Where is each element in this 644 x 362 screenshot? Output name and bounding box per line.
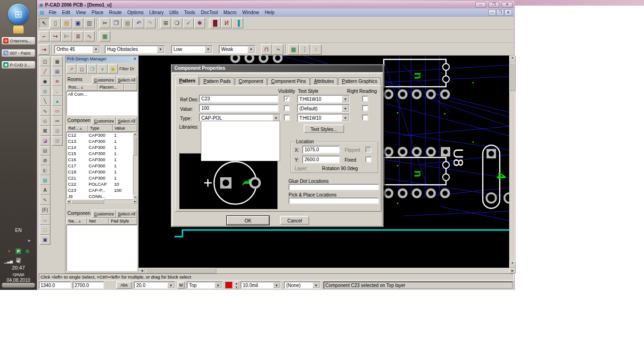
rooms-customize-button[interactable]: Customize bbox=[92, 76, 116, 84]
scroll-up-icon[interactable]: ▲ bbox=[509, 56, 516, 62]
value-textstyle-combo[interactable]: (Default)▼ bbox=[297, 104, 350, 113]
print-icon[interactable]: ▥ bbox=[84, 18, 95, 28]
menu-item[interactable]: Macro bbox=[221, 9, 239, 16]
taskbar-button-pcad[interactable]: ◆ P-CAD 2... bbox=[1, 61, 35, 69]
module-c-icon[interactable]: ▐ bbox=[232, 18, 243, 28]
layer-color-swatch[interactable] bbox=[225, 282, 232, 288]
tab-attributes[interactable]: Attributes bbox=[310, 77, 338, 85]
scroll-thumb[interactable] bbox=[146, 268, 216, 273]
menu-item[interactable]: Utils bbox=[166, 9, 181, 16]
components-list[interactable]: C12CAP3001C13CAP3001C14CAP3001C15CAP3001… bbox=[66, 132, 137, 199]
table-row[interactable]: J9CONN... bbox=[67, 194, 132, 199]
mdi-restore-button[interactable]: ❐ bbox=[496, 9, 504, 16]
open-file-icon[interactable]: ▤ bbox=[61, 18, 72, 28]
display-options-icon[interactable]: ✱ bbox=[194, 18, 205, 28]
macro-button[interactable]: M bbox=[177, 281, 185, 289]
grid-toggle-icon[interactable]: ▦ bbox=[52, 57, 63, 66]
nets-list[interactable] bbox=[66, 225, 137, 271]
route-multitrace-icon[interactable]: ≣ bbox=[73, 31, 83, 41]
place-via-icon[interactable]: ◎ bbox=[40, 86, 50, 96]
y-field[interactable] bbox=[302, 156, 340, 164]
trace-style-icon[interactable]: ⊓ bbox=[261, 44, 272, 55]
route-t-junction-icon[interactable]: ⊢ bbox=[61, 31, 72, 41]
place-plane-icon[interactable]: ◪ bbox=[40, 136, 50, 146]
scroll-down-icon[interactable]: ▼ bbox=[133, 195, 137, 199]
rooms-list[interactable]: All Com... bbox=[66, 91, 137, 115]
corner-mode-icon[interactable]: ¬ bbox=[272, 44, 283, 55]
components-col-value[interactable]: Value bbox=[113, 125, 137, 132]
route-corner-icon[interactable]: ⌐ bbox=[39, 31, 50, 41]
value-rightreading-checkbox[interactable] bbox=[362, 105, 368, 111]
menu-item[interactable]: Place bbox=[89, 9, 106, 16]
define-board-outline-icon[interactable]: ▢ bbox=[40, 225, 50, 235]
nets-select-all-button[interactable]: Select All bbox=[116, 210, 137, 218]
record-a-icon[interactable]: ▨ bbox=[52, 126, 63, 136]
place-polygon-icon[interactable]: ◇ bbox=[40, 116, 50, 126]
antivirus-tray-icon[interactable]: ◉ bbox=[24, 248, 31, 255]
netlist-icon[interactable]: ▤ bbox=[52, 66, 63, 76]
menu-item[interactable]: Window bbox=[239, 9, 262, 16]
table-row[interactable]: C23CAP-P...100 bbox=[67, 188, 132, 194]
place-pad-icon[interactable]: ◉ bbox=[40, 76, 50, 86]
spin-down-icon[interactable]: ▼ bbox=[234, 285, 239, 289]
chevron-down-icon[interactable]: ▼ bbox=[92, 46, 99, 53]
tab-pattern-pads[interactable]: Pattern Pads bbox=[199, 77, 234, 85]
chevron-down-icon[interactable]: ▼ bbox=[272, 115, 280, 121]
language-indicator[interactable]: EN bbox=[0, 228, 37, 233]
restore-button[interactable]: ❐ bbox=[488, 2, 499, 8]
minimize-button[interactable]: — bbox=[475, 2, 486, 8]
table-row[interactable]: C18CAP3001 bbox=[67, 169, 132, 175]
via-pattern-icon[interactable]: ⋮ bbox=[299, 44, 310, 55]
menu-item[interactable]: Tools bbox=[182, 9, 198, 16]
type-visibility-checkbox[interactable] bbox=[284, 115, 290, 121]
place-logo-icon[interactable]: ✎ bbox=[40, 195, 50, 205]
menu-item[interactable]: Route bbox=[106, 9, 124, 16]
type-textstyle-combo[interactable]: T:H61W10▼ bbox=[297, 114, 350, 122]
place-field-icon[interactable]: {F} bbox=[40, 205, 50, 215]
chevron-down-icon[interactable]: ▼ bbox=[215, 282, 222, 288]
chevron-down-icon[interactable]: ▼ bbox=[248, 46, 255, 53]
rooms-col-placement[interactable]: Placem... bbox=[98, 84, 124, 91]
tab-component-pins[interactable]: Component Pins bbox=[267, 77, 310, 85]
menu-item[interactable]: Help bbox=[262, 9, 277, 16]
chevron-down-icon[interactable]: ▼ bbox=[342, 105, 349, 112]
nets-customize-button[interactable]: Customize bbox=[92, 210, 116, 218]
place-text-icon[interactable]: A bbox=[40, 185, 50, 195]
chevron-down-icon[interactable]: ▼ bbox=[167, 282, 174, 288]
route-interactive-icon[interactable]: ↪ bbox=[50, 31, 61, 41]
zoom-icon[interactable]: ❍ bbox=[172, 18, 182, 28]
cut-icon[interactable]: ✂ bbox=[99, 18, 110, 28]
scroll-left-icon[interactable]: ◀ bbox=[66, 199, 71, 204]
table-row[interactable]: C14CAP3001 bbox=[67, 145, 132, 151]
tray-expand-icon[interactable]: ▸ bbox=[28, 238, 31, 243]
place-cutout-icon[interactable]: ⊠ bbox=[40, 126, 50, 136]
autoroute-board-icon[interactable]: ▦ bbox=[99, 31, 110, 41]
canvas-hscrollbar[interactable]: ◀ ▶ bbox=[139, 268, 516, 273]
place-plane-region-icon[interactable]: ◧ bbox=[40, 165, 50, 175]
components-customize-button[interactable]: Customize bbox=[92, 117, 116, 125]
table-row[interactable]: C22POLCAP10 bbox=[67, 181, 132, 188]
value-visibility-checkbox[interactable] bbox=[284, 105, 290, 111]
record-b-icon[interactable]: ▨ bbox=[52, 136, 63, 146]
chevron-down-icon[interactable]: ▼ bbox=[157, 46, 164, 53]
tab-pattern-graphics[interactable]: Pattern Graphics bbox=[338, 77, 381, 85]
nets-col-name[interactable]: Na... ▵ bbox=[66, 218, 87, 225]
components-scrollbar[interactable]: ▲ ▼ bbox=[133, 132, 137, 199]
bus-route-icon[interactable]: ∟ bbox=[52, 86, 63, 96]
x-field[interactable] bbox=[302, 146, 340, 154]
table-row[interactable]: C12CAP3001 bbox=[67, 132, 132, 139]
list-view-icon[interactable]: ≔ bbox=[52, 116, 63, 126]
measure-icon[interactable]: ↗ bbox=[66, 64, 76, 74]
drc-icon[interactable]: ✓ bbox=[183, 18, 194, 28]
layer-combo[interactable]: Top▼ bbox=[187, 281, 223, 289]
x-coordinate-field[interactable] bbox=[39, 281, 72, 289]
list-item[interactable]: All Com... bbox=[67, 91, 137, 98]
taskbar-button-paint[interactable]: ✎ 007 - Paint bbox=[1, 49, 35, 57]
obstacle-mode-combo[interactable]: Hug Obstacles▼ bbox=[105, 45, 165, 54]
menu-item[interactable]: Options bbox=[124, 9, 146, 16]
table-row[interactable]: C21CAP3001 bbox=[67, 175, 132, 181]
fixed-checkbox[interactable] bbox=[365, 156, 372, 163]
rooms-select-all-button[interactable]: Select All bbox=[116, 76, 137, 84]
canvas-vscrollbar[interactable]: ▲ ▼ bbox=[509, 56, 516, 268]
volume-icon[interactable]: ◀) bbox=[15, 258, 21, 264]
